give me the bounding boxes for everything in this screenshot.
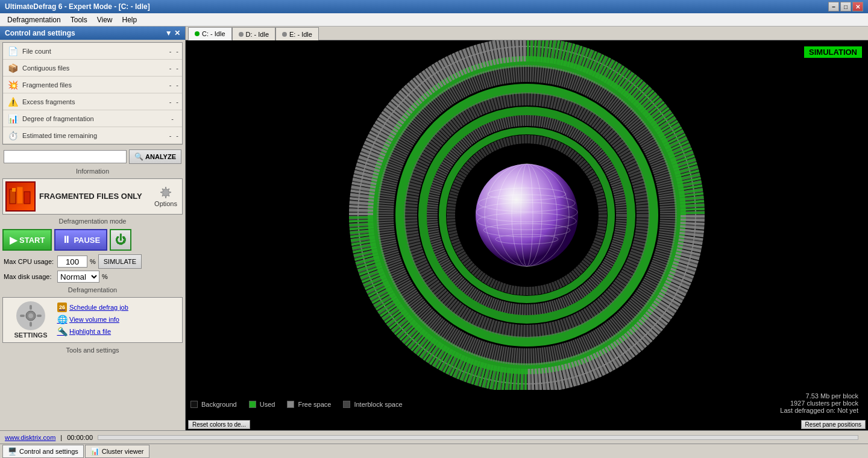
- file-count-dash: -: [176, 48, 178, 55]
- bottom-tab-cluster[interactable]: 📊 Cluster viewer: [85, 445, 149, 458]
- status-left: www.disktrix.com | 00:00:00: [5, 434, 93, 441]
- analyze-input[interactable]: [4, 150, 127, 163]
- stat-row-degree: 📊 Degree of fragmentation -: [3, 110, 182, 127]
- legend-free: Free space: [287, 401, 331, 408]
- svg-rect-1: [17, 187, 23, 204]
- svg-rect-10: [37, 315, 42, 317]
- time-dash: -: [176, 132, 178, 139]
- menu-help[interactable]: Help: [118, 14, 142, 25]
- pause-button[interactable]: ⏸ PAUSE: [54, 229, 107, 251]
- left-panel: Control and settings ▼ ✕ 📄 File count - …: [0, 27, 186, 430]
- titlebar: UltimateDefrag 6 - Expert Mode - [C: - I…: [0, 0, 868, 13]
- maximize-button[interactable]: □: [840, 2, 851, 11]
- excess-dash: -: [176, 98, 178, 105]
- right-column: C: - Idle D: - Idle E: - Idle SIMULATION: [186, 27, 868, 430]
- panel-controls: ▼ ✕: [165, 29, 180, 37]
- svg-rect-9: [20, 315, 25, 317]
- excess-value: -: [169, 98, 172, 105]
- tab-bar: C: - Idle D: - Idle E: - Idle: [186, 27, 868, 40]
- options-button[interactable]: Options: [152, 183, 180, 210]
- tab-dot-d: [239, 32, 244, 37]
- cpu-pct: %: [90, 258, 96, 265]
- cpu-label: Max CPU usage:: [4, 258, 55, 265]
- simulate-button[interactable]: SIMULATE: [98, 254, 142, 269]
- file-count-value: -: [169, 48, 172, 55]
- menu-tools[interactable]: Tools: [66, 14, 92, 25]
- settings-icon-area[interactable]: SETTINGS: [7, 301, 55, 339]
- highlight-file-link[interactable]: 🔦 Highlight a file: [57, 327, 178, 336]
- degree-icon: 📊: [7, 113, 19, 125]
- legend-interblock: Interblock space: [343, 401, 402, 408]
- tab-e-drive[interactable]: E: - Idle: [275, 27, 319, 40]
- minimize-button[interactable]: –: [828, 2, 839, 11]
- close-button[interactable]: ✕: [852, 2, 863, 11]
- clusters-per-block: 1927 clusters per block: [780, 400, 858, 407]
- status-url: www.disktrix.com: [5, 434, 55, 441]
- power-icon: ⏻: [115, 234, 126, 246]
- bottom-tab-bar: 🖥️ Control and settings 📊 Cluster viewer: [0, 444, 868, 458]
- contiguous-value: -: [169, 64, 172, 72]
- status-time: 00:00:00: [67, 434, 93, 441]
- power-button[interactable]: ⏻: [110, 229, 131, 251]
- options-label: Options: [154, 200, 177, 207]
- highlight-icon: 🔦: [57, 327, 67, 336]
- simulation-badge: SIMULATION: [804, 46, 862, 58]
- svg-rect-8: [30, 322, 32, 327]
- stat-row-fragmented: 💥 Fragmented files - -: [3, 77, 182, 93]
- menu-defragmentation[interactable]: Defragmentation: [2, 14, 66, 25]
- search-icon: 🔍: [134, 152, 143, 161]
- stat-row-excess: ⚠️ Excess fragments - -: [3, 93, 182, 110]
- defrag-mode-text: FRAGMENTED FILES ONLY: [39, 192, 148, 202]
- titlebar-controls: – □ ✕: [828, 2, 863, 11]
- excess-label: Excess fragments: [22, 98, 169, 105]
- legend-background: Background: [190, 401, 237, 408]
- svg-point-6: [28, 313, 33, 318]
- file-count-icon: 📄: [7, 45, 19, 57]
- left-panel-title: Control and settings: [5, 29, 75, 37]
- tools-section: SETTINGS 26 Schedule defrag job 🌐 View v…: [2, 297, 183, 343]
- information-label: Information: [0, 166, 185, 176]
- cpu-input[interactable]: [57, 256, 87, 268]
- tab-c-drive[interactable]: C: - Idle: [188, 27, 232, 40]
- time-label: Estimated time remaining: [22, 132, 169, 139]
- options-icon: [159, 186, 173, 200]
- view-volume-link[interactable]: 🌐 View volume info: [57, 315, 178, 324]
- start-button[interactable]: ▶ START: [2, 229, 52, 251]
- status-separator: |: [60, 434, 62, 441]
- defragmentation-label: Defragmentation: [0, 285, 185, 295]
- contiguous-icon: 📦: [7, 62, 19, 74]
- tools-label: Tools and settings: [0, 345, 185, 355]
- cluster-tab-icon: 📊: [90, 447, 99, 456]
- degree-label: Degree of fragmentation: [22, 115, 171, 122]
- play-icon: ▶: [10, 234, 17, 246]
- legend-box-interblock: [343, 401, 350, 408]
- tab-d-drive[interactable]: D: - Idle: [232, 27, 276, 40]
- stat-row-file-count: 📄 File count - -: [3, 43, 182, 60]
- analyze-section: 🔍 ANALYZE: [0, 147, 185, 166]
- fragmented-value: -: [169, 81, 172, 89]
- legend-area: Background Used Free space Interblo: [186, 390, 868, 419]
- fragmented-icon: 💥: [7, 79, 19, 91]
- contiguous-dash: -: [176, 64, 178, 72]
- menu-view[interactable]: View: [92, 14, 118, 25]
- reset-pane-button[interactable]: Reset pane positions: [801, 420, 866, 429]
- fragmented-label: Fragmented files: [22, 81, 169, 89]
- volume-icon: 🌐: [57, 315, 67, 324]
- menubar: Defragmentation Tools View Help: [0, 13, 868, 27]
- schedule-defrag-link[interactable]: 26 Schedule defrag job: [57, 303, 178, 312]
- file-count-label: File count: [22, 48, 169, 55]
- time-value: -: [169, 132, 172, 139]
- legend-box-background: [190, 401, 198, 408]
- bottom-tab-control[interactable]: 🖥️ Control and settings: [2, 445, 84, 458]
- reset-colors-button[interactable]: Reset colors to de...: [188, 420, 250, 429]
- last-defragged: Last defragged on: Not yet: [780, 407, 858, 414]
- tools-links: 26 Schedule defrag job 🌐 View volume inf…: [57, 301, 178, 339]
- left-panel-header: Control and settings ▼ ✕: [0, 27, 185, 40]
- title-text: UltimateDefrag 6 - Expert Mode - [C: - I…: [5, 2, 150, 11]
- reset-bar: Reset colors to de... Reset pane positio…: [186, 419, 868, 430]
- disk-select[interactable]: Normal: [57, 271, 99, 283]
- legend-used: Used: [249, 401, 275, 408]
- analyze-button[interactable]: 🔍 ANALYZE: [129, 149, 181, 164]
- control-buttons: ▶ START ⏸ PAUSE ⏻: [0, 225, 185, 254]
- time-icon: ⏱️: [7, 130, 19, 142]
